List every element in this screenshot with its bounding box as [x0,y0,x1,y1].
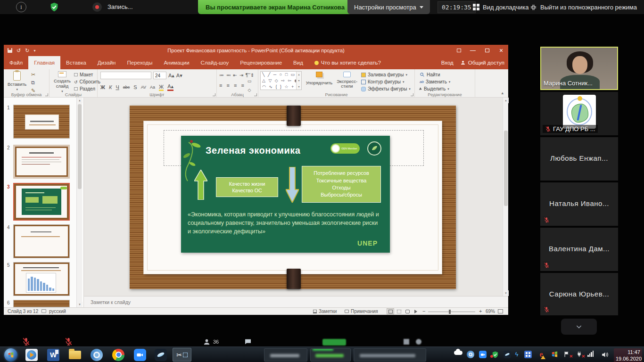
italic-button[interactable]: К [109,84,112,90]
normal-view-button[interactable] [387,308,394,314]
tab-transitions[interactable]: Переходы [121,56,158,69]
tab-review[interactable]: Рецензирование [234,56,288,69]
taskbar-zoom[interactable] [131,348,149,361]
bold-button[interactable]: Ж [100,84,105,90]
tell-me-box[interactable]: Что вы хотите сделать? [309,56,387,69]
share-screen-button[interactable] [322,339,346,346]
encryption-shield-icon[interactable] [49,2,59,12]
tray-network-icon[interactable] [587,351,594,357]
restore-button[interactable] [480,45,494,56]
layout-button[interactable]: Макет [74,72,100,77]
quick-styles-button[interactable]: Экспресс-стили [335,72,359,89]
participant-tile-active[interactable]: Марина Сотник... [540,47,618,90]
clipboard-dialog-launcher[interactable] [45,93,48,96]
qat-customize-icon[interactable]: ▾ [33,49,35,53]
taskbar-media-player[interactable] [23,348,41,361]
participant-tile[interactable]: Любовь Енжап... [540,137,618,181]
record-control-icon[interactable] [404,339,409,345]
green-economy-graphic[interactable]: Зеленая экономика GEN Member Качество жи… [181,136,390,253]
taskbar-clock[interactable]: 11:47 19.06.2020 [614,348,642,362]
participant-tile[interactable]: Наталья Ивано... [540,182,618,226]
zoom-out-button[interactable]: − [422,308,425,314]
redo-icon[interactable]: ↻ [25,48,29,54]
shape-outline-button[interactable]: Контур фигуры▾ [361,79,411,84]
paragraph-dialog-launcher[interactable] [254,93,257,96]
font-color-button[interactable]: А▴ [167,83,173,91]
tab-slideshow[interactable]: Слайд-шоу [195,56,235,69]
shrink-font-icon[interactable]: А▾ [176,73,182,79]
tray-app-grid-icon[interactable] [523,351,533,358]
highlight-color-button[interactable]: Ж [159,84,164,91]
find-button[interactable]: Найти [420,72,450,77]
taskbar-window-button[interactable] [354,348,426,362]
undo-icon[interactable]: ↺ [17,48,21,54]
collapse-participants-button[interactable] [561,319,597,335]
taskbar-window-button[interactable] [264,348,307,362]
copy-icon[interactable]: ⧉ [31,80,35,86]
close-button[interactable]: × [494,45,508,56]
tab-design[interactable]: Дизайн [92,56,122,69]
view-options-button[interactable]: Настройки просмотра [347,0,430,14]
tray-chromium-icon[interactable] [466,351,475,358]
slide-thumbnail-6[interactable] [13,300,70,307]
save-icon[interactable] [8,48,12,53]
paste-button[interactable]: Вставить ▾ [8,71,26,91]
fit-slide-button[interactable] [498,309,503,313]
minimize-button[interactable]: — [466,45,480,56]
language-indicator[interactable]: русский [49,309,66,314]
font-dialog-launcher[interactable] [213,93,215,96]
font-size-input[interactable]: 24 [153,72,166,79]
zoom-in-button[interactable]: + [479,308,482,314]
participant-tile[interactable]: Валентина Дам... [540,228,618,271]
tray-bolt-icon[interactable]: ϟ [512,351,521,358]
overlay-video-off-icon[interactable] [64,337,73,346]
tray-action-center-icon[interactable]: ✕ [562,351,571,358]
select-button[interactable]: Выделить▾ [420,86,450,91]
participant-tile[interactable]: ГАУ ДПО РБ ... [540,92,618,135]
reactions-icon[interactable] [416,339,421,345]
thumbnail-scrollbar[interactable]: ▴ ▾ [76,98,82,307]
share-button[interactable]: Общий доступ [460,60,504,66]
meeting-info-icon[interactable]: i [16,2,26,12]
taskbar-window-button-green[interactable] [310,348,351,362]
slide-thumbnail-3-selected[interactable] [13,183,70,221]
spellcheck-book-icon[interactable] [41,309,46,313]
tray-zoom-icon[interactable] [478,351,487,358]
grow-font-icon[interactable]: А▴ [168,73,174,79]
slide-sorter-view-button[interactable] [395,308,403,314]
canvas-scrollbar[interactable]: ▴ ▾ [503,98,508,296]
new-slide-button[interactable]: Создать слайд ▾ [51,71,73,93]
reading-view-button[interactable] [404,308,411,314]
section-button[interactable]: Раздел [74,86,100,91]
taskbar-word[interactable]: W [44,348,62,361]
ribbon-display-options-button[interactable] [452,45,466,56]
participant-tile[interactable]: Сарюна Юрьев... [540,273,618,315]
taskbar-snipping-tool-active[interactable]: ✂ [173,348,191,362]
alignment-icons[interactable]: ≡ ≡ ≡ ≡ [219,82,246,88]
comments-toggle-button[interactable]: Примечания [345,309,378,314]
underline-button[interactable]: Ч [116,84,119,90]
slideshow-view-button[interactable] [412,308,420,314]
tab-home[interactable]: Главная [28,56,60,69]
text-direction-icons[interactable]: ↕ ▭ ◇ [247,73,252,94]
tab-view[interactable]: Вид [288,56,309,69]
taskbar-chromium[interactable] [88,348,106,361]
participants-icon[interactable] [203,338,211,346]
tray-volume-icon[interactable] [600,351,610,359]
tray-browser-warning-icon[interactable]: e [537,351,546,358]
change-case-button[interactable]: Аа [150,85,155,90]
tab-file[interactable]: Файл [4,56,28,69]
arrange-button[interactable]: Упорядочить [305,72,333,85]
cut-icon[interactable]: ✂ [31,72,35,78]
drawing-dialog-launcher[interactable] [411,93,413,96]
current-slide[interactable]: Зеленая экономика GEN Member Качество жи… [130,106,456,289]
tray-cloud-icon[interactable] [454,351,463,355]
zoom-percentage[interactable]: 69% [486,309,495,314]
shapes-gallery[interactable]: ╲ ╱ ─ ○ □ ▭ △ ▽ ◇ ⇨ ⇦ ◉ ◠ ∿ { } ☆ + ▴▾▾ [260,71,302,90]
tray-lens-icon[interactable] [503,351,512,358]
tray-antivirus-icon[interactable] [490,351,500,359]
exit-fullscreen-button[interactable]: Выйти из полноэкранного режима [530,0,637,14]
speaker-view-button[interactable]: Вид докладчика [473,0,528,14]
notes-pane[interactable]: Заметки к слайду [84,296,508,307]
tab-animations[interactable]: Анимации [158,56,195,69]
